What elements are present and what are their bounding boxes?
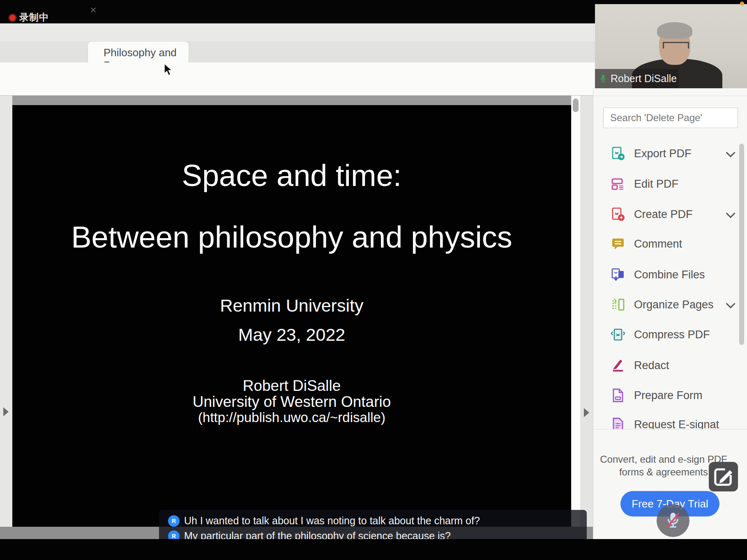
slide-affiliation: University of Western Ontario: [12, 393, 571, 411]
webcam-video[interactable]: Robert DiSalle: [595, 4, 747, 88]
recording-dot-icon: [8, 14, 17, 22]
request-esign-icon: [611, 417, 625, 429]
participant-name: Robert DiSalle: [611, 73, 677, 85]
redact-icon: [611, 358, 625, 373]
sidebar-item-prepare-form[interactable]: Prepare Form: [611, 388, 739, 403]
sidebar-item-label: Combine Files: [634, 269, 705, 281]
left-panel-gutter: [0, 96, 12, 539]
sidebar-item-comment[interactable]: Comment: [611, 236, 739, 252]
sidebar-item-label: Redact: [634, 359, 669, 372]
slide-url: (http://publish.uwo.ca/~rdisalle): [12, 410, 571, 425]
right-panel-gutter: [580, 96, 593, 539]
pdf-page: Space and time: Between philosophy and p…: [12, 105, 571, 527]
sidebar-item-organize-pages[interactable]: Organize Pages: [611, 297, 739, 312]
sidebar-divider: [593, 429, 747, 429]
slide-title-line1: Space and time:: [12, 158, 571, 193]
edit-pdf-icon: [611, 177, 625, 191]
caption-overlay: R Uh I wanted to talk about I was noting…: [159, 510, 587, 541]
sidebar-item-label: Edit PDF: [634, 178, 678, 190]
caption-text: Uh I wanted to talk about I was noting t…: [184, 515, 480, 527]
organize-pages-icon: [611, 297, 625, 312]
expand-left-panel-icon[interactable]: [3, 407, 9, 416]
sidebar-item-label: Request E-signat: [634, 418, 719, 429]
recording-label: 录制中: [19, 11, 49, 24]
sidebar-item-edit-pdf[interactable]: Edit PDF: [611, 176, 739, 192]
caption-line: R Uh I wanted to talk about I was noting…: [168, 515, 480, 527]
sidebar-item-create-pdf[interactable]: Create PDF: [611, 207, 739, 222]
sidebar-item-label: Prepare Form: [634, 389, 703, 402]
create-pdf-icon: [611, 207, 625, 222]
participant-name-label: Robert DiSalle: [595, 69, 678, 88]
combine-files-icon: [611, 267, 625, 282]
caption-avatar: R: [168, 515, 180, 527]
chevron-down-icon[interactable]: [726, 148, 735, 158]
slide-date: May 23, 2022: [12, 325, 571, 345]
sidebar-item-redact[interactable]: Redact: [611, 358, 739, 373]
comment-icon: [611, 236, 625, 251]
application-window: 录制中 Philosophy and Physics 2022.pdf Home…: [0, 0, 747, 560]
sidebar-search-input[interactable]: [603, 108, 738, 128]
slide-venue: Renmin University: [12, 296, 571, 316]
sidebar-item-label: Comment: [634, 238, 682, 250]
sidebar-item-combine-files[interactable]: Combine Files: [611, 267, 739, 282]
presenter-glasses: [663, 42, 689, 48]
document-scrollbar[interactable]: [571, 96, 580, 539]
sidebar-item-label: Create PDF: [634, 208, 693, 221]
export-pdf-icon: [611, 146, 625, 161]
sidebar-top-divider: [593, 96, 747, 96]
chevron-down-icon[interactable]: [726, 209, 735, 218]
compress-pdf-icon: [611, 327, 625, 342]
presenter-hair: [657, 22, 692, 39]
mic-on-icon: [599, 73, 607, 84]
sidebar-item-compress-pdf[interactable]: Compress PDF: [611, 327, 739, 342]
document-viewport: Space and time: Between philosophy and p…: [12, 96, 571, 539]
camera-indicator-dot: [740, 2, 744, 6]
mouse-cursor-icon: [163, 63, 175, 77]
sidebar-tool-list: Export PDF Edit PDF Create PDF: [593, 140, 747, 429]
sidebar-scrollbar-thumb[interactable]: [739, 144, 744, 345]
slide-author: Robert DiSalle: [12, 377, 571, 395]
expand-tools-panel-icon[interactable]: [584, 408, 589, 417]
tab-document[interactable]: Philosophy and P...: [88, 41, 189, 62]
chevron-down-icon[interactable]: [726, 299, 735, 309]
tab-close-icon[interactable]: ×: [88, 4, 99, 18]
bottom-black-bar: [0, 539, 747, 560]
sidebar-item-label: Organize Pages: [634, 298, 714, 311]
sidebar-item-label: Export PDF: [634, 147, 692, 160]
sidebar-item-export-pdf[interactable]: Export PDF: [611, 146, 739, 161]
e-sign-icon[interactable]: [709, 462, 738, 491]
prepare-form-icon: [611, 388, 625, 403]
sidebar-item-request-esignature[interactable]: Request E-signat: [611, 417, 739, 429]
document-scrollbar-thumb[interactable]: [573, 99, 579, 112]
mic-muted-icon[interactable]: [657, 504, 689, 537]
slide-title-line2: Between philosophy and physics: [12, 220, 571, 255]
sidebar-item-label: Compress PDF: [634, 328, 710, 341]
